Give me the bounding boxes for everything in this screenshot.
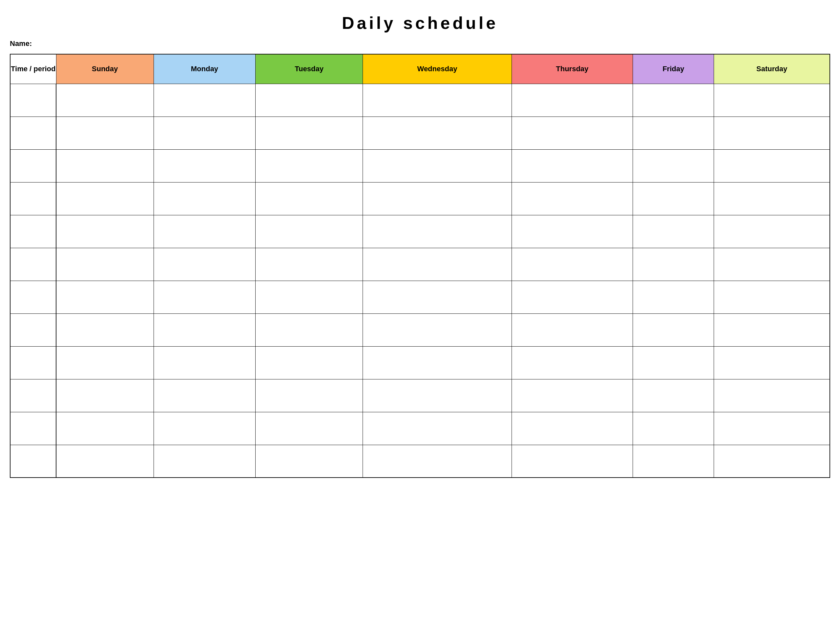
- schedule-cell[interactable]: [153, 116, 256, 149]
- table-row: [10, 313, 830, 346]
- schedule-cell[interactable]: [56, 281, 153, 313]
- schedule-cell[interactable]: [256, 346, 363, 379]
- schedule-cell[interactable]: [363, 412, 512, 445]
- schedule-cell[interactable]: [256, 281, 363, 313]
- schedule-cell[interactable]: [714, 149, 830, 182]
- schedule-cell[interactable]: [714, 412, 830, 445]
- schedule-cell[interactable]: [511, 182, 633, 215]
- schedule-cell[interactable]: [511, 379, 633, 412]
- schedule-cell[interactable]: [153, 379, 256, 412]
- schedule-cell[interactable]: [256, 149, 363, 182]
- schedule-cell[interactable]: [633, 379, 714, 412]
- schedule-cell[interactable]: [363, 346, 512, 379]
- schedule-cell[interactable]: [256, 84, 363, 116]
- schedule-cell[interactable]: [511, 149, 633, 182]
- schedule-cell[interactable]: [714, 445, 830, 478]
- time-cell[interactable]: [10, 281, 56, 313]
- schedule-cell[interactable]: [56, 412, 153, 445]
- schedule-cell[interactable]: [153, 445, 256, 478]
- schedule-cell[interactable]: [153, 248, 256, 281]
- schedule-cell[interactable]: [363, 313, 512, 346]
- schedule-cell[interactable]: [153, 313, 256, 346]
- time-cell[interactable]: [10, 248, 56, 281]
- time-cell[interactable]: [10, 346, 56, 379]
- schedule-cell[interactable]: [256, 313, 363, 346]
- schedule-cell[interactable]: [714, 281, 830, 313]
- schedule-cell[interactable]: [511, 281, 633, 313]
- time-cell[interactable]: [10, 313, 56, 346]
- schedule-cell[interactable]: [363, 248, 512, 281]
- schedule-cell[interactable]: [56, 84, 153, 116]
- schedule-cell[interactable]: [633, 346, 714, 379]
- header-monday: Monday: [153, 54, 256, 84]
- schedule-cell[interactable]: [256, 445, 363, 478]
- schedule-cell[interactable]: [714, 215, 830, 248]
- time-cell[interactable]: [10, 182, 56, 215]
- schedule-cell[interactable]: [633, 215, 714, 248]
- time-cell[interactable]: [10, 379, 56, 412]
- time-cell[interactable]: [10, 149, 56, 182]
- schedule-cell[interactable]: [363, 84, 512, 116]
- schedule-cell[interactable]: [363, 182, 512, 215]
- schedule-cell[interactable]: [153, 149, 256, 182]
- schedule-cell[interactable]: [714, 346, 830, 379]
- schedule-cell[interactable]: [633, 84, 714, 116]
- schedule-cell[interactable]: [56, 149, 153, 182]
- schedule-cell[interactable]: [56, 215, 153, 248]
- schedule-cell[interactable]: [511, 445, 633, 478]
- schedule-cell[interactable]: [153, 281, 256, 313]
- schedule-cell[interactable]: [511, 215, 633, 248]
- schedule-cell[interactable]: [56, 445, 153, 478]
- schedule-cell[interactable]: [511, 313, 633, 346]
- schedule-cell[interactable]: [153, 182, 256, 215]
- schedule-cell[interactable]: [363, 116, 512, 149]
- schedule-cell[interactable]: [633, 445, 714, 478]
- schedule-cell[interactable]: [633, 182, 714, 215]
- schedule-cell[interactable]: [56, 116, 153, 149]
- schedule-cell[interactable]: [56, 313, 153, 346]
- schedule-cell[interactable]: [511, 346, 633, 379]
- schedule-cell[interactable]: [511, 84, 633, 116]
- time-cell[interactable]: [10, 84, 56, 116]
- schedule-cell[interactable]: [153, 84, 256, 116]
- schedule-cell[interactable]: [56, 248, 153, 281]
- schedule-cell[interactable]: [153, 346, 256, 379]
- time-cell[interactable]: [10, 445, 56, 478]
- schedule-cell[interactable]: [153, 412, 256, 445]
- header-tuesday: Tuesday: [256, 54, 363, 84]
- schedule-cell[interactable]: [633, 281, 714, 313]
- schedule-cell[interactable]: [256, 215, 363, 248]
- schedule-cell[interactable]: [363, 281, 512, 313]
- schedule-cell[interactable]: [153, 215, 256, 248]
- schedule-cell[interactable]: [256, 248, 363, 281]
- schedule-cell[interactable]: [256, 182, 363, 215]
- schedule-cell[interactable]: [714, 379, 830, 412]
- schedule-cell[interactable]: [256, 116, 363, 149]
- schedule-cell[interactable]: [633, 313, 714, 346]
- schedule-cell[interactable]: [633, 149, 714, 182]
- schedule-cell[interactable]: [56, 346, 153, 379]
- schedule-cell[interactable]: [633, 412, 714, 445]
- schedule-cell[interactable]: [633, 116, 714, 149]
- schedule-cell[interactable]: [714, 84, 830, 116]
- table-row: [10, 215, 830, 248]
- schedule-cell[interactable]: [511, 248, 633, 281]
- schedule-cell[interactable]: [56, 379, 153, 412]
- schedule-cell[interactable]: [511, 412, 633, 445]
- schedule-cell[interactable]: [714, 116, 830, 149]
- schedule-cell[interactable]: [511, 116, 633, 149]
- schedule-cell[interactable]: [714, 182, 830, 215]
- schedule-cell[interactable]: [256, 412, 363, 445]
- schedule-cell[interactable]: [714, 313, 830, 346]
- schedule-cell[interactable]: [363, 379, 512, 412]
- schedule-cell[interactable]: [256, 379, 363, 412]
- time-cell[interactable]: [10, 116, 56, 149]
- schedule-cell[interactable]: [363, 215, 512, 248]
- schedule-cell[interactable]: [363, 149, 512, 182]
- time-cell[interactable]: [10, 215, 56, 248]
- schedule-cell[interactable]: [363, 445, 512, 478]
- schedule-cell[interactable]: [714, 248, 830, 281]
- time-cell[interactable]: [10, 412, 56, 445]
- schedule-cell[interactable]: [633, 248, 714, 281]
- schedule-cell[interactable]: [56, 182, 153, 215]
